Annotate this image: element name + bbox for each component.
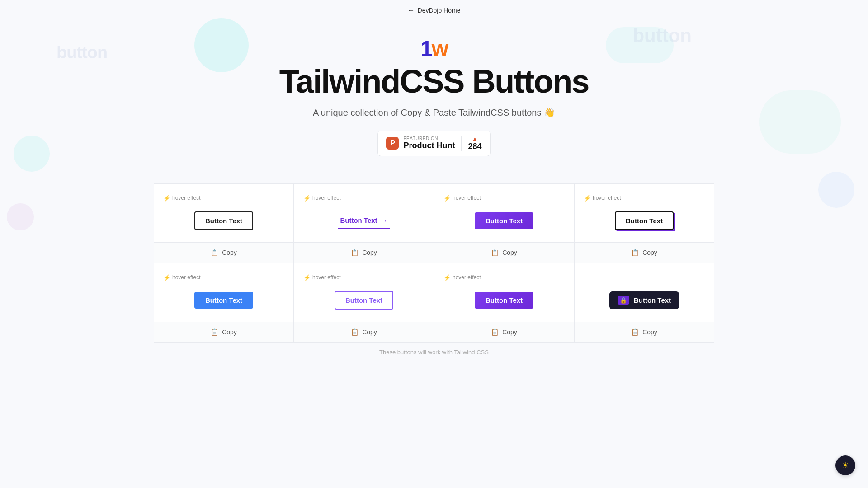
button-card-inner-3: ⚡ hover effect Button Text <box>434 184 574 242</box>
ph-logo-icon: P <box>386 137 399 150</box>
ph-upvote-icon: ▲ <box>472 136 478 142</box>
demo-button-purple-2[interactable]: Button Text <box>475 292 533 309</box>
hover-label-2: ⚡ hover effect <box>303 195 340 202</box>
hero-subtitle: A unique collection of Copy & Paste Tail… <box>9 107 859 118</box>
ph-name: Product Hunt <box>403 141 455 150</box>
copy-bar-3[interactable]: 📋 Copy <box>434 242 574 263</box>
lock-icon: 🔒 <box>618 296 629 305</box>
hover-label-4: ⚡ hover effect <box>584 195 621 202</box>
button-card-2: ⚡ hover effect Button Text → 📋 Copy <box>294 183 434 263</box>
buttons-section: ⚡ hover effect Button Text 📋 Copy ⚡ hove… <box>140 183 728 343</box>
hover-label-1: ⚡ hover effect <box>163 195 200 202</box>
copy-icon-2: 📋 <box>351 249 359 256</box>
button-card-1: ⚡ hover effect Button Text 📋 Copy <box>154 183 294 263</box>
button-card-4: ⚡ hover effect Button Text 📋 Copy <box>574 183 714 263</box>
bottom-hint: These buttons will work with Tailwind CS… <box>0 343 868 362</box>
hover-label-7: ⚡ hover effect <box>443 274 481 281</box>
btn-display-1: Button Text <box>163 211 284 242</box>
hover-label-5: ⚡ hover effect <box>163 274 200 281</box>
bolt-icon: ⚡ <box>163 195 170 202</box>
logo-t: 1 <box>420 37 432 61</box>
hero-section: 1w TailwindCSS Buttons A unique collecti… <box>0 18 868 161</box>
demo-button-purple-filled[interactable]: Button Text <box>475 212 533 229</box>
demo-button-outline-purple[interactable]: Button Text <box>335 291 393 310</box>
button-card-inner-5: ⚡ hover effect Button Text <box>154 263 293 322</box>
logo-w: w <box>432 37 448 61</box>
copy-bar-7[interactable]: 📋 Copy <box>434 322 574 342</box>
demo-button-dark-icon[interactable]: 🔒 Button Text <box>609 291 679 309</box>
back-arrow-icon: ← <box>408 6 415 14</box>
hover-label-3: ⚡ hover effect <box>443 195 481 202</box>
ph-featured-label: FEATURED ON <box>403 136 438 141</box>
button-card-7: ⚡ hover effect Button Text 📋 Copy <box>434 263 574 343</box>
back-label: DevDojo Home <box>418 7 461 14</box>
button-card-inner-1: ⚡ hover effect Button Text <box>154 184 293 242</box>
demo-button-outline-dark[interactable]: Button Text <box>194 211 253 230</box>
demo-button-outline-shadow[interactable]: Button Text <box>615 211 674 230</box>
button-card-5: ⚡ hover effect Button Text 📋 Copy <box>154 263 294 343</box>
demo-button-text-arrow[interactable]: Button Text → <box>338 213 389 229</box>
button-card-inner-6: ⚡ hover effect Button Text <box>294 263 434 322</box>
demo-button-blue-filled[interactable]: Button Text <box>194 292 253 309</box>
copy-bar-2[interactable]: 📋 Copy <box>294 242 434 263</box>
bolt-icon: ⚡ <box>443 274 451 281</box>
button-card-inner-4: ⚡ hover effect Button Text <box>575 184 714 242</box>
copy-icon-1: 📋 <box>211 249 218 256</box>
copy-icon-5: 📋 <box>211 328 218 336</box>
button-card-inner-8: ⚡ hover effect 🔒 Button Text <box>575 263 714 322</box>
copy-bar-8[interactable]: 📋 Copy <box>575 322 714 342</box>
arrow-icon: → <box>381 216 388 224</box>
ph-count-block: ▲ 284 <box>461 136 481 151</box>
sun-icon: ☀ <box>842 460 849 470</box>
btn-display-3: Button Text <box>443 211 565 242</box>
bolt-icon: ⚡ <box>163 274 170 281</box>
bolt-icon: ⚡ <box>443 195 451 202</box>
button-card-inner-2: ⚡ hover effect Button Text → <box>294 184 434 242</box>
button-card-8: ⚡ hover effect 🔒 Button Text 📋 Copy <box>574 263 714 343</box>
copy-bar-6[interactable]: 📋 Copy <box>294 322 434 342</box>
tw-logo: 1w <box>9 36 859 61</box>
copy-icon-4: 📋 <box>631 249 639 256</box>
hover-label-6: ⚡ hover effect <box>303 274 340 281</box>
product-hunt-badge[interactable]: P FEATURED ON Product Hunt ▲ 284 <box>377 131 490 156</box>
btn-display-2: Button Text → <box>303 211 425 242</box>
btn-display-7: Button Text <box>443 290 565 322</box>
btn-display-5: Button Text <box>163 290 284 322</box>
copy-bar-4[interactable]: 📋 Copy <box>575 242 714 263</box>
copy-icon-6: 📋 <box>351 328 359 336</box>
dark-mode-toggle[interactable]: ☀ <box>835 455 855 475</box>
bolt-icon: ⚡ <box>303 274 311 281</box>
copy-icon-7: 📋 <box>491 328 499 336</box>
copy-icon-3: 📋 <box>491 249 499 256</box>
back-link[interactable]: ← DevDojo Home <box>408 6 461 14</box>
buttons-grid-row1: ⚡ hover effect Button Text 📋 Copy ⚡ hove… <box>154 183 714 343</box>
top-nav: ← DevDojo Home <box>0 0 868 18</box>
button-card-inner-7: ⚡ hover effect Button Text <box>434 263 574 322</box>
page-title: TailwindCSS Buttons <box>9 65 859 99</box>
copy-icon-8: 📋 <box>631 328 639 336</box>
decorative-blob <box>818 172 854 208</box>
copy-bar-5[interactable]: 📋 Copy <box>154 322 293 342</box>
button-card-3: ⚡ hover effect Button Text 📋 Copy <box>434 183 574 263</box>
ph-count: 284 <box>468 142 481 151</box>
bolt-icon: ⚡ <box>303 195 311 202</box>
btn-display-4: Button Text <box>584 211 705 242</box>
button-card-6: ⚡ hover effect Button Text 📋 Copy <box>294 263 434 343</box>
btn-display-6: Button Text <box>303 290 425 322</box>
bolt-icon: ⚡ <box>584 195 591 202</box>
decorative-blob <box>7 203 34 230</box>
copy-bar-1[interactable]: 📋 Copy <box>154 242 293 263</box>
btn-display-8: 🔒 Button Text <box>584 290 705 322</box>
ph-text-block: FEATURED ON Product Hunt <box>403 136 455 150</box>
